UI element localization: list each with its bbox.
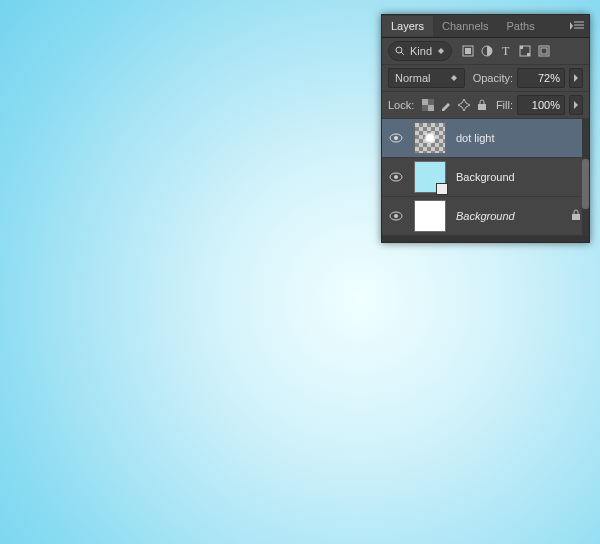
svg-line-1 xyxy=(401,52,404,55)
filter-kind-label: Kind xyxy=(410,45,432,57)
lock-pixels-icon[interactable] xyxy=(440,99,452,111)
vector-mask-badge-icon xyxy=(436,183,448,195)
svg-point-19 xyxy=(394,175,398,179)
tab-channels[interactable]: Channels xyxy=(433,16,497,36)
dropdown-arrows-icon xyxy=(450,75,458,81)
svg-rect-11 xyxy=(422,99,428,105)
type-layer-icon[interactable]: T xyxy=(500,45,512,57)
svg-rect-7 xyxy=(520,46,523,49)
eye-icon xyxy=(389,133,403,143)
svg-rect-14 xyxy=(422,105,428,111)
fill-input[interactable]: 100% xyxy=(517,95,565,115)
eye-icon xyxy=(389,211,403,221)
layer-row[interactable]: Background xyxy=(382,158,589,197)
pixel-layer-icon[interactable] xyxy=(462,45,474,57)
svg-rect-15 xyxy=(478,104,486,110)
layer-row[interactable]: dot light xyxy=(382,119,589,158)
panel-footer xyxy=(382,236,589,242)
shape-layer-icon[interactable] xyxy=(519,45,531,57)
lock-transparency-icon[interactable] xyxy=(422,99,434,111)
dropdown-arrows-icon xyxy=(437,48,445,54)
adjustment-layer-icon[interactable] xyxy=(481,45,493,57)
tab-layers[interactable]: Layers xyxy=(382,16,433,36)
opacity-label: Opacity: xyxy=(473,72,513,84)
layers-scrollbar[interactable] xyxy=(582,119,589,236)
tab-paths[interactable]: Paths xyxy=(498,16,544,36)
svg-text:T: T xyxy=(502,44,510,58)
panel-tabs: Layers Channels Paths xyxy=(382,15,589,38)
search-icon xyxy=(395,46,405,56)
filter-row: Kind T xyxy=(382,38,589,65)
panel-menu-button[interactable] xyxy=(569,15,589,37)
filter-kind-select[interactable]: Kind xyxy=(388,41,452,61)
layer-thumbnail[interactable] xyxy=(414,200,446,232)
svg-point-17 xyxy=(394,136,398,140)
layer-locked-icon xyxy=(571,210,581,223)
lock-row: Lock: Fill: 100% xyxy=(382,92,589,119)
blend-mode-select[interactable]: Normal xyxy=(388,68,465,88)
layer-name[interactable]: dot light xyxy=(456,132,495,144)
lock-all-icon[interactable] xyxy=(476,99,488,111)
lock-position-icon[interactable] xyxy=(458,99,470,111)
fill-value: 100% xyxy=(532,99,560,111)
svg-rect-22 xyxy=(572,214,580,220)
svg-rect-12 xyxy=(428,105,434,111)
svg-rect-13 xyxy=(428,99,434,105)
visibility-toggle[interactable] xyxy=(382,133,410,143)
filter-type-icons: T xyxy=(462,45,550,57)
blend-row: Normal Opacity: 72% xyxy=(382,65,589,92)
layer-row[interactable]: Background xyxy=(382,197,589,236)
visibility-toggle[interactable] xyxy=(382,211,410,221)
opacity-value: 72% xyxy=(538,72,560,84)
layer-list: dot light Background Background xyxy=(382,119,589,236)
svg-rect-3 xyxy=(465,48,471,54)
layer-thumbnail[interactable] xyxy=(414,122,446,154)
blend-mode-value: Normal xyxy=(395,72,430,84)
menu-icon xyxy=(573,21,585,31)
opacity-slider-button[interactable] xyxy=(569,68,583,88)
layer-name[interactable]: Background xyxy=(456,171,515,183)
smart-object-icon[interactable] xyxy=(538,45,550,57)
svg-rect-8 xyxy=(527,53,530,56)
visibility-toggle[interactable] xyxy=(382,172,410,182)
scrollbar-thumb[interactable] xyxy=(582,159,589,209)
layers-panel: Layers Channels Paths Kind T Normal Opac… xyxy=(381,14,590,243)
opacity-input[interactable]: 72% xyxy=(517,68,565,88)
layer-thumbnail[interactable] xyxy=(414,161,446,193)
eye-icon xyxy=(389,172,403,182)
fill-slider-button[interactable] xyxy=(569,95,583,115)
layer-name[interactable]: Background xyxy=(456,210,515,222)
lock-label: Lock: xyxy=(388,99,414,111)
svg-rect-10 xyxy=(541,48,547,54)
svg-point-21 xyxy=(394,214,398,218)
fill-label: Fill: xyxy=(496,99,513,111)
